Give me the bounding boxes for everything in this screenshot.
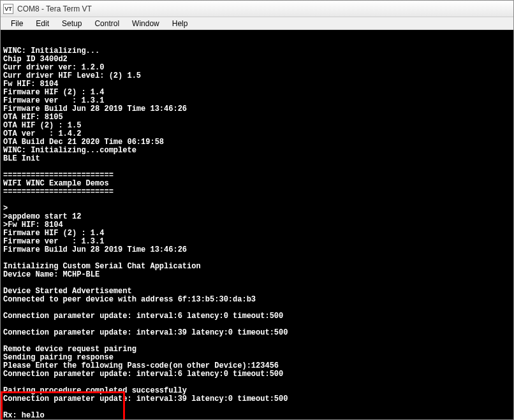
terminal-line: Curr driver HIF Level: (2) 1.5	[3, 72, 511, 80]
menu-edit[interactable]: Edit	[29, 18, 55, 29]
menu-help[interactable]: Help	[166, 18, 195, 29]
terminal-line: Connection parameter update: interval:39…	[3, 329, 511, 337]
main-window: VT COM8 - Tera Term VT File Edit Setup C…	[0, 0, 514, 420]
terminal-line	[3, 196, 511, 205]
terminal-line	[3, 403, 511, 412]
menu-setup[interactable]: Setup	[55, 18, 88, 29]
terminal-line: WINC: Initializing...complete	[3, 147, 511, 155]
terminal-line: Firmware Build Jun 28 2019 Time 13:46:26	[3, 246, 511, 254]
terminal-line: ========================	[3, 188, 511, 196]
menu-file[interactable]: File	[4, 18, 29, 29]
terminal-line: >appdemo start 12	[3, 213, 511, 221]
titlebar[interactable]: VT COM8 - Tera Term VT	[1, 1, 513, 17]
terminal-line: WINC: Initializing...	[3, 47, 511, 55]
terminal-line: Firmware Build Jun 28 2019 Time 13:46:26	[3, 105, 511, 113]
app-icon: VT	[3, 4, 13, 14]
terminal-line: Connection parameter update: interval:6 …	[3, 370, 511, 379]
menu-control[interactable]: Control	[88, 18, 126, 29]
terminal-line: Rx: hello	[3, 412, 511, 419]
menubar: File Edit Setup Control Window Help	[1, 17, 513, 30]
terminal-line: Connected to peer device with address 6f…	[3, 296, 511, 304]
window-title: COM8 - Tera Term VT	[17, 4, 92, 13]
terminal-line: Connection parameter update: interval:39…	[3, 395, 511, 403]
terminal-line: Device Name: MCHP-BLE	[3, 271, 511, 279]
menu-window[interactable]: Window	[126, 18, 166, 29]
terminal-line: BLE Init	[3, 155, 511, 163]
terminal-line: Connection parameter update: interval:6 …	[3, 312, 511, 321]
terminal-area[interactable]: WINC: Initializing...Chip ID 3400d2Curr …	[1, 30, 513, 419]
